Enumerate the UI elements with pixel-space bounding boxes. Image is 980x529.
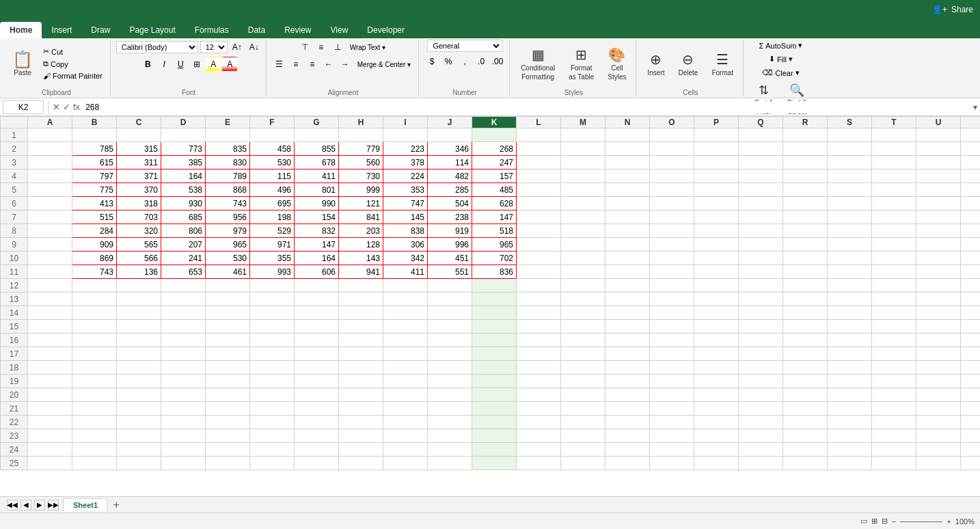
cell[interactable] (605, 128, 650, 142)
cell[interactable] (250, 306, 295, 320)
cell[interactable]: 461 (206, 265, 250, 279)
decrease-indent-btn[interactable]: ← (321, 57, 336, 72)
cell[interactable] (783, 293, 828, 306)
cell[interactable] (694, 211, 739, 224)
cell[interactable] (961, 443, 981, 457)
cell[interactable] (605, 293, 650, 306)
cell[interactable] (961, 402, 981, 416)
bold-button[interactable]: B (140, 57, 155, 72)
cell[interactable]: 451 (428, 252, 472, 265)
cell[interactable]: 990 (295, 197, 339, 211)
cell[interactable] (28, 128, 72, 142)
cell[interactable] (295, 443, 339, 457)
cell[interactable] (517, 293, 561, 306)
cell[interactable]: 458 (250, 142, 295, 156)
cell[interactable]: 485 (472, 183, 517, 197)
cell[interactable] (472, 388, 517, 402)
tab-developer[interactable]: Developer (357, 22, 414, 38)
col-header-D[interactable]: D (161, 117, 206, 128)
delete-button[interactable]: ⊖ Delete (673, 43, 704, 84)
cell[interactable] (828, 128, 872, 142)
cell[interactable]: 775 (72, 183, 117, 197)
cell[interactable] (117, 402, 161, 416)
cell-styles-button[interactable]: 🎨 Cell Styles (602, 43, 631, 84)
cell[interactable]: 385 (161, 156, 206, 169)
cell[interactable] (206, 429, 250, 443)
cell[interactable]: 869 (72, 252, 117, 265)
tab-draw[interactable]: Draw (81, 22, 120, 38)
cell[interactable] (161, 306, 206, 320)
cell[interactable] (161, 128, 206, 142)
cell[interactable] (383, 416, 428, 429)
cell[interactable]: 560 (339, 156, 383, 169)
decrease-font-btn[interactable]: A↓ (247, 40, 262, 55)
cell[interactable] (517, 429, 561, 443)
cell[interactable] (561, 429, 605, 443)
cell[interactable] (561, 238, 605, 252)
cell[interactable]: 353 (383, 183, 428, 197)
cell[interactable] (650, 457, 694, 470)
paste-button[interactable]: 📋 Paste (7, 43, 38, 84)
cell[interactable]: 128 (339, 238, 383, 252)
cell[interactable] (961, 197, 981, 211)
cell[interactable] (783, 429, 828, 443)
cell[interactable]: 773 (161, 142, 206, 156)
cell[interactable] (961, 169, 981, 183)
cell[interactable] (872, 347, 916, 361)
cell[interactable] (206, 293, 250, 306)
cell[interactable] (739, 197, 783, 211)
sort-filter-button[interactable]: ⇅ Sort & Filter (749, 79, 779, 120)
cell[interactable] (739, 293, 783, 306)
cell[interactable] (739, 347, 783, 361)
cell[interactable] (872, 197, 916, 211)
cell[interactable]: 515 (72, 211, 117, 224)
cell[interactable] (117, 443, 161, 457)
cell[interactable] (561, 265, 605, 279)
cell[interactable] (961, 320, 981, 334)
cell[interactable] (694, 183, 739, 197)
align-top-btn[interactable]: ⊤ (297, 40, 312, 55)
cell[interactable] (28, 169, 72, 183)
col-header-P[interactable]: P (694, 117, 739, 128)
cell[interactable] (694, 142, 739, 156)
cell[interactable] (383, 375, 428, 388)
cell[interactable] (28, 183, 72, 197)
cell[interactable]: 530 (206, 252, 250, 265)
cell[interactable] (872, 375, 916, 388)
cell[interactable]: 315 (117, 142, 161, 156)
format-button[interactable]: ☰ Format (706, 43, 739, 84)
expand-formula-icon[interactable]: ▾ (973, 103, 977, 112)
cell[interactable] (517, 306, 561, 320)
cell[interactable] (828, 211, 872, 224)
cell[interactable] (650, 320, 694, 334)
cell[interactable]: 355 (250, 252, 295, 265)
cell[interactable] (916, 375, 961, 388)
cell[interactable] (694, 320, 739, 334)
cell[interactable]: 496 (250, 183, 295, 197)
cell[interactable]: 529 (250, 224, 295, 238)
cell[interactable]: 164 (295, 252, 339, 265)
align-right-btn[interactable]: ≡ (305, 57, 320, 72)
cell[interactable]: 965 (206, 238, 250, 252)
cell[interactable] (28, 457, 72, 470)
cell[interactable] (561, 306, 605, 320)
cell[interactable] (383, 334, 428, 347)
cell[interactable] (828, 183, 872, 197)
cell[interactable] (339, 416, 383, 429)
col-header-L[interactable]: L (517, 117, 561, 128)
cell[interactable] (472, 347, 517, 361)
conditional-formatting-button[interactable]: ▦ Conditional Formatting (515, 43, 560, 84)
cell[interactable] (916, 402, 961, 416)
cell[interactable] (28, 402, 72, 416)
col-header-H[interactable]: H (339, 117, 383, 128)
cell[interactable] (961, 252, 981, 265)
cell[interactable] (383, 457, 428, 470)
cell[interactable] (561, 197, 605, 211)
cell[interactable] (872, 128, 916, 142)
cell[interactable] (472, 128, 517, 142)
cell[interactable]: 284 (72, 224, 117, 238)
cell[interactable] (605, 416, 650, 429)
cell[interactable] (250, 128, 295, 142)
cell[interactable] (428, 320, 472, 334)
cell[interactable] (650, 347, 694, 361)
